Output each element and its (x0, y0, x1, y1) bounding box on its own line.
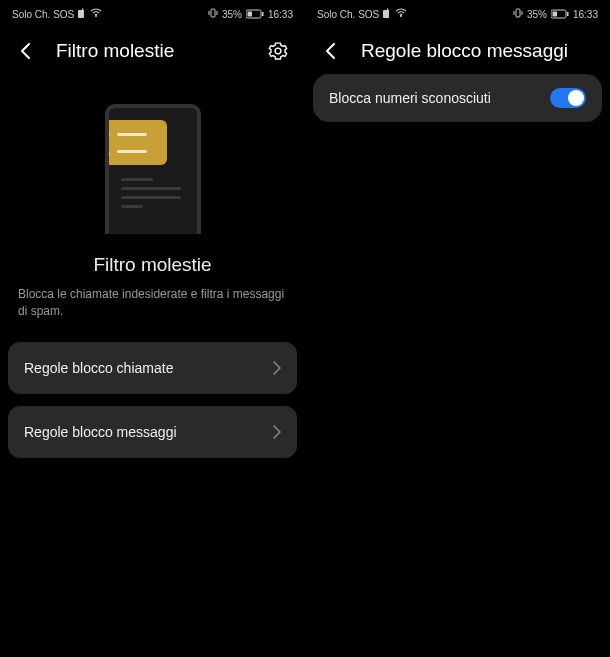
toggle-block-unknown-numbers: Blocca numeri sconosciuti (313, 74, 602, 122)
carrier-label: Solo Ch. SOS (12, 9, 74, 20)
svg-rect-15 (552, 12, 557, 17)
screen-message-block-rules: Solo Ch. SOS 35% 16:33 Regole blocco mes… (305, 0, 610, 657)
option-message-block-rules[interactable]: Regole blocco messaggi (8, 406, 297, 458)
svg-rect-9 (383, 10, 389, 18)
toggle-switch[interactable] (550, 88, 586, 108)
wifi-icon (90, 8, 102, 20)
status-right: 35% 16:33 (513, 8, 598, 20)
back-icon[interactable] (16, 41, 36, 61)
status-bar: Solo Ch. SOS 35% 16:33 (305, 0, 610, 28)
header: Regole blocco messaggi (305, 28, 610, 74)
battery-icon (551, 9, 569, 19)
vibrate-icon (513, 8, 523, 20)
svg-rect-2 (211, 9, 215, 17)
page-title: Filtro molestie (56, 40, 247, 62)
svg-rect-16 (567, 12, 569, 16)
gear-icon[interactable] (267, 40, 289, 62)
svg-point-10 (400, 15, 402, 17)
time-label: 16:33 (268, 9, 293, 20)
time-label: 16:33 (573, 9, 598, 20)
page-title: Regole blocco messaggi (361, 40, 594, 62)
svg-point-1 (95, 15, 97, 17)
screen-filter-harassment: Solo Ch. SOS 35% 16:33 Filtro molestie (0, 0, 305, 657)
vibrate-icon (208, 8, 218, 20)
sim-icon (78, 8, 86, 20)
chevron-right-icon (273, 361, 281, 375)
status-left: Solo Ch. SOS (12, 8, 102, 20)
back-icon[interactable] (321, 41, 341, 61)
header: Filtro molestie (0, 28, 305, 74)
svg-rect-11 (516, 9, 520, 17)
status-right: 35% 16:33 (208, 8, 293, 20)
status-bar: Solo Ch. SOS 35% 16:33 (0, 0, 305, 28)
section-title: Filtro molestie (0, 254, 305, 276)
toggle-label: Blocca numeri sconosciuti (329, 90, 491, 106)
status-left: Solo Ch. SOS (317, 8, 407, 20)
chevron-right-icon (273, 425, 281, 439)
phone-card-graphic (105, 120, 167, 165)
option-call-block-rules[interactable]: Regole blocco chiamate (8, 342, 297, 394)
battery-percent: 35% (527, 9, 547, 20)
option-label: Regole blocco chiamate (24, 360, 173, 376)
wifi-icon (395, 8, 407, 20)
sim-icon (383, 8, 391, 20)
toggle-knob (568, 90, 584, 106)
svg-rect-7 (262, 12, 264, 16)
svg-point-8 (105, 130, 110, 137)
illustration (0, 104, 305, 234)
section-description: Blocca le chiamate indesiderate e filtra… (0, 286, 305, 320)
option-label: Regole blocco messaggi (24, 424, 177, 440)
phone-frame-graphic (105, 104, 201, 234)
phone-icon (105, 146, 111, 156)
battery-percent: 35% (222, 9, 242, 20)
svg-rect-0 (78, 10, 84, 18)
chat-icon (105, 129, 111, 139)
svg-rect-6 (247, 12, 252, 17)
carrier-label: Solo Ch. SOS (317, 9, 379, 20)
battery-icon (246, 9, 264, 19)
